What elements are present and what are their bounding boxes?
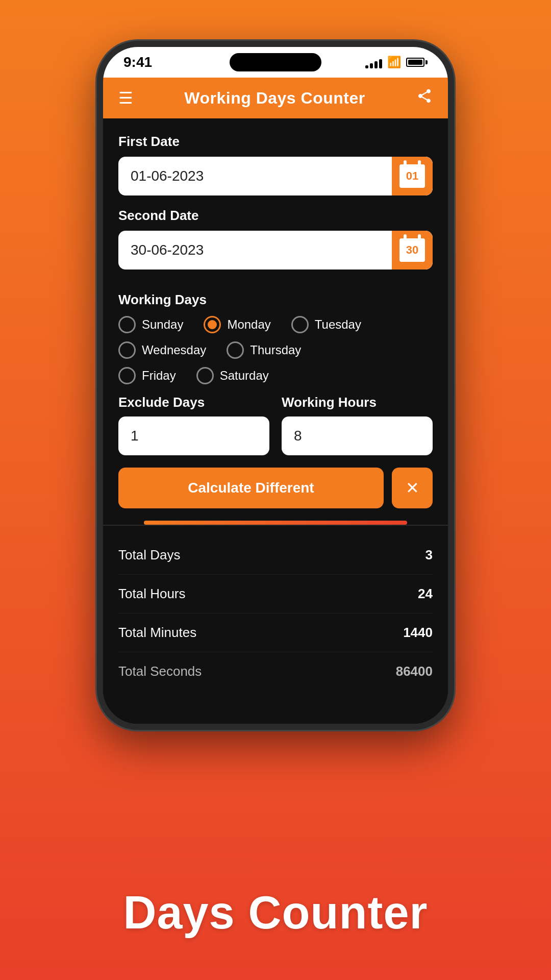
radio-friday[interactable]: Friday	[118, 367, 176, 384]
radio-label-friday: Friday	[142, 369, 176, 383]
result-label-total-seconds: Total Seconds	[118, 664, 202, 679]
first-date-label: First Date	[118, 134, 433, 150]
status-bar: 9:41 📶	[103, 47, 448, 78]
result-row-total-hours: Total Hours 24	[118, 575, 433, 614]
menu-icon[interactable]: ☰	[118, 88, 133, 108]
working-hours-group: Working Hours 8	[282, 395, 433, 455]
app-content: First Date 01-06-2023 01 Second Date 30-…	[103, 118, 448, 724]
radio-label-sunday: Sunday	[142, 317, 183, 332]
phone-wrapper: 9:41 📶 ☰ Working Days C	[97, 41, 454, 730]
result-row-total-minutes: Total Minutes 1440	[118, 614, 433, 652]
exclude-days-input[interactable]: 1	[118, 416, 269, 455]
signal-icon	[365, 56, 382, 68]
result-label-total-days: Total Days	[118, 547, 180, 563]
status-time: 9:41	[123, 54, 152, 70]
first-date-value[interactable]: 01-06-2023	[118, 168, 392, 184]
notch	[230, 53, 321, 71]
radio-monday[interactable]: Monday	[204, 316, 270, 333]
radio-circle-friday	[118, 367, 136, 384]
working-hours-input[interactable]: 8	[282, 416, 433, 455]
status-icons: 📶	[365, 56, 428, 69]
calculate-button[interactable]: Calculate Different	[118, 468, 384, 508]
working-hours-label: Working Hours	[282, 395, 433, 410]
second-date-calendar-icon: 30	[399, 238, 425, 262]
result-value-total-days: 3	[425, 547, 433, 563]
radio-saturday[interactable]: Saturday	[196, 367, 269, 384]
bottom-label: Days Counter	[0, 856, 551, 980]
results-section: Total Days 3 Total Hours 24 Total Minute…	[103, 525, 448, 724]
radio-label-saturday: Saturday	[220, 369, 269, 383]
bottom-title: Days Counter	[123, 887, 428, 938]
result-row-total-days: Total Days 3	[118, 536, 433, 575]
buttons-row: Calculate Different ✕	[103, 468, 448, 521]
first-date-calendar-btn[interactable]: 01	[392, 157, 433, 195]
form-section: First Date 01-06-2023 01 Second Date 30-…	[103, 118, 448, 292]
second-date-row: 30-06-2023 30	[118, 231, 433, 270]
clear-button[interactable]: ✕	[392, 468, 433, 508]
radio-label-wednesday: Wednesday	[142, 343, 206, 357]
days-grid: Sunday Monday Tuesday	[118, 316, 433, 384]
result-value-total-seconds: 86400	[396, 664, 433, 679]
first-date-calendar-icon: 01	[399, 164, 425, 188]
radio-circle-saturday	[196, 367, 214, 384]
radio-label-thursday: Thursday	[250, 343, 301, 357]
phone-outer: 9:41 📶 ☰ Working Days C	[97, 41, 454, 730]
result-label-total-hours: Total Hours	[118, 586, 186, 602]
battery-icon	[406, 58, 428, 67]
working-days-section: Working Days Sunday Monday	[103, 292, 448, 395]
app-header: ☰ Working Days Counter	[103, 78, 448, 118]
exclude-days-label: Exclude Days	[118, 395, 269, 410]
result-label-total-minutes: Total Minutes	[118, 625, 196, 641]
result-value-total-hours: 24	[418, 586, 433, 602]
second-date-calendar-btn[interactable]: 30	[392, 231, 433, 270]
radio-circle-tuesday	[291, 316, 309, 333]
app-title: Working Days Counter	[184, 89, 365, 108]
result-row-total-seconds: Total Seconds 86400	[118, 652, 433, 684]
inputs-row: Exclude Days 1 Working Hours 8	[103, 395, 448, 468]
result-value-total-minutes: 1440	[403, 625, 433, 641]
radio-circle-monday	[204, 316, 221, 333]
radio-circle-sunday	[118, 316, 136, 333]
radio-thursday[interactable]: Thursday	[227, 341, 301, 359]
radio-label-tuesday: Tuesday	[315, 317, 361, 332]
radio-label-monday: Monday	[227, 317, 270, 332]
radio-sunday[interactable]: Sunday	[118, 316, 183, 333]
second-date-value[interactable]: 30-06-2023	[118, 242, 392, 258]
wifi-icon: 📶	[387, 56, 401, 69]
radio-circle-wednesday	[118, 341, 136, 359]
share-icon[interactable]	[416, 88, 433, 108]
exclude-days-group: Exclude Days 1	[118, 395, 269, 455]
days-row-1: Sunday Monday Tuesday	[118, 316, 433, 333]
second-date-label: Second Date	[118, 208, 433, 224]
radio-circle-thursday	[227, 341, 244, 359]
scroll-indicator	[144, 521, 407, 525]
first-date-row: 01-06-2023 01	[118, 157, 433, 195]
days-row-3: Friday Saturday	[118, 367, 433, 384]
radio-tuesday[interactable]: Tuesday	[291, 316, 361, 333]
working-days-label: Working Days	[118, 292, 433, 308]
days-row-2: Wednesday Thursday	[118, 341, 433, 359]
radio-wednesday[interactable]: Wednesday	[118, 341, 206, 359]
